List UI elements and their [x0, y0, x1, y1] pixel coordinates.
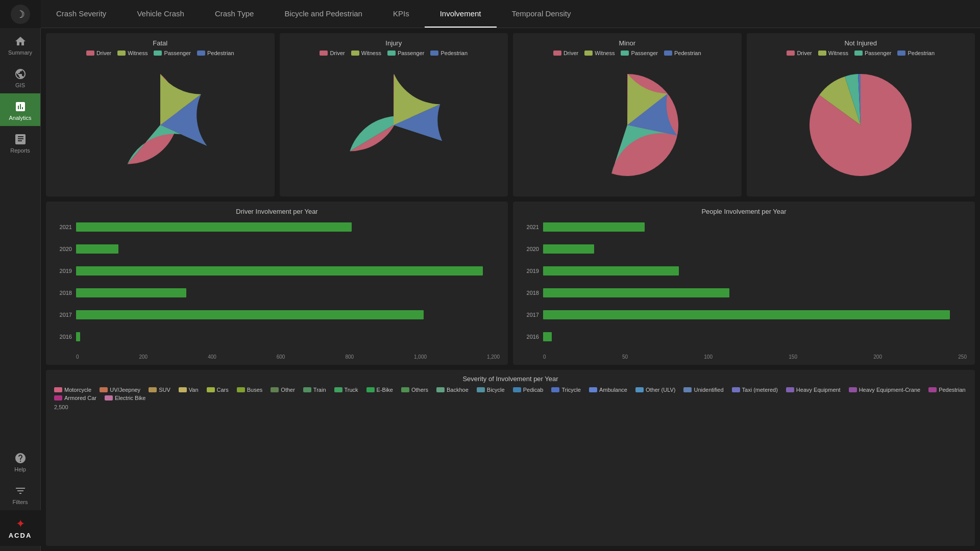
severity-legend-heavy-crane: Heavy Equipment-Crane [849, 387, 920, 393]
sidebar-label-help: Help [14, 466, 26, 472]
bar-axis-people: 0 50 100 150 200 250 [521, 354, 967, 360]
people-bar-track-2017 [543, 310, 967, 319]
people-bar-row-2021: 2021 [521, 220, 967, 234]
legend-witness: Witness [117, 50, 148, 56]
tab-crash-severity[interactable]: Crash Severity [41, 0, 121, 28]
bar-label-2020: 2020 [54, 246, 72, 252]
legend-passenger-minor: Passenger [621, 50, 658, 56]
tab-bicycle-pedestrian[interactable]: Bicycle and Pedestrian [269, 0, 378, 28]
legend-dot-witness-injury [351, 51, 359, 56]
severity-dot-others [401, 387, 409, 392]
legend-dot-pedestrian-ni [897, 51, 905, 56]
severity-legend-buses: Buses [237, 387, 263, 393]
bar-track-2020 [76, 244, 500, 254]
tab-kpis[interactable]: KPIs [378, 0, 425, 28]
legend-pedestrian: Pedestrian [197, 50, 234, 56]
severity-label-tricycle: Tricycle [561, 387, 580, 393]
sidebar-item-analytics[interactable]: Analytics [0, 93, 40, 126]
bar-row-2017: 2017 [54, 308, 500, 321]
severity-dot-suv [149, 387, 157, 392]
sidebar-item-summary[interactable]: Summary [0, 28, 40, 61]
bar-fill-2016 [76, 332, 80, 341]
sidebar-label-filters: Filters [13, 499, 28, 505]
severity-dot-armored-car [54, 395, 62, 400]
severity-legend-unidentified: Unidentified [683, 387, 723, 393]
legend-dot-driver [86, 51, 94, 56]
people-bar-label-2021: 2021 [521, 224, 539, 230]
acda-label: ACDA [9, 532, 32, 539]
severity-legend-motorcycle: Motorcycle [54, 387, 91, 393]
pie-title-injury: Injury [385, 39, 402, 47]
severity-dot-motorcycle [54, 387, 62, 392]
content-area: Fatal Driver Witness Passenger [41, 28, 980, 551]
severity-legend: Motorcycle UV/Jeepney SUV Van Cars [54, 387, 967, 401]
people-bar-fill-2019 [543, 266, 679, 276]
severity-legend-truck: Truck [334, 387, 358, 393]
people-bar-track-2018 [543, 288, 967, 297]
bar-card-people: People Involvement per Year 2021 2020 [513, 202, 975, 365]
legend-witness-ni: Witness [818, 50, 848, 56]
people-bar-fill-2016 [543, 332, 552, 341]
severity-dot-pedicab [513, 387, 521, 392]
tab-involvement[interactable]: Involvement [425, 0, 497, 28]
bar-label-2017: 2017 [54, 312, 72, 318]
legend-witness-injury: Witness [351, 50, 381, 56]
severity-dot-other-ulv [635, 387, 644, 392]
pie-legend-not-injured: Driver Witness Passenger Pedestrian [787, 50, 935, 56]
severity-label-heavy-crane: Heavy Equipment-Crane [859, 387, 920, 393]
severity-legend-bicycle: Bicycle [477, 387, 505, 393]
pie-legend-injury: Driver Witness Passenger Pedestrian [320, 50, 468, 56]
pie-charts-row: Fatal Driver Witness Passenger [46, 33, 975, 196]
people-bar-fill-2020 [543, 244, 594, 254]
pie-container-not-injured [810, 59, 912, 190]
sidebar-nav: Summary GIS Analytics Reports [0, 28, 40, 445]
people-bar-label-2019: 2019 [521, 268, 539, 274]
severity-dot-heavy-crane [849, 387, 857, 392]
severity-legend-pedestrian: Pedestrian [928, 387, 966, 393]
bar-row-2016: 2016 [54, 330, 500, 343]
sidebar-item-gis[interactable]: GIS [0, 61, 40, 93]
pie-card-injury: Injury Driver Witness Passenger [280, 33, 508, 196]
legend-dot-pedestrian-injury [430, 51, 438, 56]
legend-dot-passenger-minor [621, 51, 629, 56]
people-bar-label-2016: 2016 [521, 334, 539, 340]
people-bar-row-2020: 2020 [521, 242, 967, 256]
severity-label-buses: Buses [247, 387, 263, 393]
severity-dot-uvjeepney [100, 387, 108, 392]
pie-card-not-injured: Not Injured Driver Witness Passenger [747, 33, 975, 196]
severity-label-uvjeepney: UV/Jeepney [110, 387, 140, 393]
severity-label-heavy-equipment: Heavy Equipment [796, 387, 841, 393]
bar-track-2017 [76, 310, 500, 319]
acda-icon: ✦ [16, 517, 25, 531]
help-icon [14, 452, 27, 464]
severity-legend-taxi: Taxi (metered) [732, 387, 778, 393]
sidebar-item-filters[interactable]: Filters [0, 478, 40, 510]
legend-label-pedestrian: Pedestrian [207, 50, 234, 56]
sidebar-label-analytics: Analytics [9, 115, 31, 121]
severity-dot-cars [207, 387, 215, 392]
severity-dot-tricycle [551, 387, 559, 392]
severity-legend-backhoe: Backhoe [436, 387, 469, 393]
sidebar-item-help[interactable]: Help [0, 445, 40, 478]
top-navigation: Crash Severity Vehicle Crash Crash Type … [41, 0, 980, 28]
legend-driver-minor: Driver [553, 50, 578, 56]
legend-dot-driver-minor [553, 51, 561, 56]
legend-dot-witness-ni [818, 51, 826, 56]
severity-legend-armored-car: Armored Car [54, 395, 96, 401]
tab-temporal-density[interactable]: Temporal Density [497, 0, 586, 28]
severity-dot-other [271, 387, 279, 392]
severity-legend-heavy-equipment: Heavy Equipment [786, 387, 841, 393]
acda-logo-area: ✦ ACDA [0, 510, 41, 546]
severity-label-other-ulv: Other (ULV) [646, 387, 675, 393]
pie-card-minor: Minor Driver Witness Passenger [513, 33, 742, 196]
legend-dot-passenger [154, 51, 162, 56]
legend-pedestrian-ni: Pedestrian [897, 50, 935, 56]
severity-legend-cars: Cars [207, 387, 229, 393]
legend-dot-pedestrian [197, 51, 205, 56]
sidebar-item-reports[interactable]: Reports [0, 126, 40, 159]
tab-vehicle-crash[interactable]: Vehicle Crash [121, 0, 200, 28]
bar-track-2018 [76, 288, 500, 297]
legend-driver-injury: Driver [320, 50, 345, 56]
tab-crash-type[interactable]: Crash Type [200, 0, 269, 28]
pie-legend-fatal: Driver Witness Passenger Pedestrian [86, 50, 234, 56]
